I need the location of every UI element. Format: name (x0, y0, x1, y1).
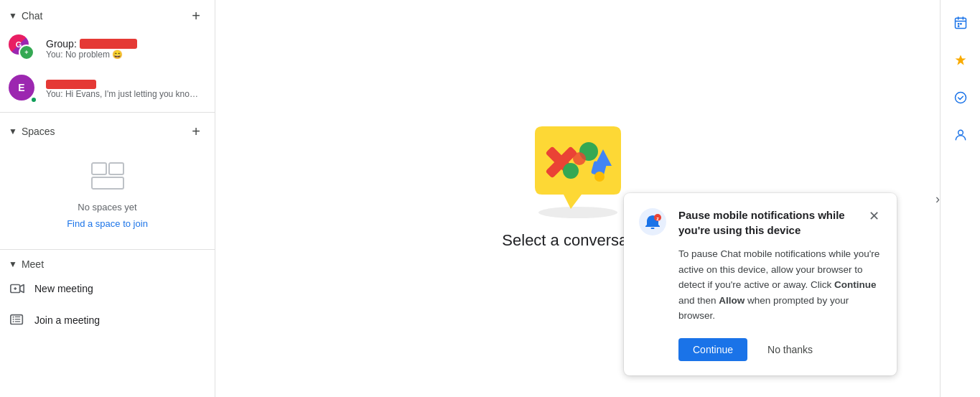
svg-rect-2 (92, 177, 123, 189)
group-chat-name: Group: (46, 38, 200, 50)
svg-rect-30 (957, 23, 959, 25)
join-meeting-item[interactable]: Join a meeting (0, 304, 209, 336)
svg-point-13 (538, 207, 617, 218)
group-chat-preview: You: No problem 😄 (46, 50, 200, 60)
group-avatar-secondary: + (19, 45, 34, 60)
keep-icon-button[interactable] (946, 46, 975, 75)
calendar-icon-button[interactable] (946, 9, 975, 37)
chat-item-group[interactable]: G + Group: You: No problem 😄 (0, 29, 209, 69)
tasks-icon-button[interactable] (946, 83, 975, 112)
spaces-chevron-icon: ▼ (9, 126, 17, 136)
notification-popup: z Pause mobile notifications while you'r… (624, 193, 897, 375)
svg-point-34 (958, 130, 963, 135)
popup-actions: Continue No thanks (638, 338, 882, 361)
popup-close-button[interactable]: ✕ (865, 207, 882, 225)
svg-point-17 (563, 163, 579, 179)
svg-rect-0 (92, 163, 106, 174)
chat-section-header[interactable]: ▼ Chat + (0, 0, 215, 29)
svg-rect-1 (109, 163, 123, 174)
right-icon-bar (940, 0, 980, 397)
direct-name-redacted (46, 80, 96, 89)
main-content: Select a conversation z Pause mobile not… (215, 0, 940, 397)
find-space-link[interactable]: Find a space to join (67, 218, 148, 229)
meet-section-header[interactable]: ▼ Meet (0, 253, 215, 273)
svg-point-21 (594, 172, 605, 182)
direct-avatar-container: E (9, 75, 37, 103)
chat-illustration (521, 119, 635, 220)
popup-continue-bold: Continue (834, 279, 877, 290)
chat-spaces-divider (0, 112, 215, 113)
direct-chat-preview: You: Hi Evans, I'm just letting you know… (46, 89, 200, 99)
svg-point-20 (573, 152, 586, 165)
spaces-section-title: Spaces (22, 126, 55, 137)
popup-title: Pause mobile notifications while you're … (678, 207, 854, 238)
new-meeting-label: New meeting (34, 283, 93, 294)
svg-rect-31 (960, 23, 962, 25)
online-status-dot (30, 96, 37, 103)
new-meeting-icon (9, 280, 26, 297)
popup-body-text2: and then (678, 295, 719, 306)
meet-chevron-icon: ▼ (9, 259, 17, 269)
popup-title-area: Pause mobile notifications while you're … (678, 207, 854, 238)
add-space-button[interactable]: + (186, 121, 206, 141)
spaces-empty-text: No spaces yet (78, 202, 136, 212)
chat-section-title: Chat (22, 10, 43, 22)
direct-chat-name (46, 80, 200, 89)
direct-chat-text: You: Hi Evans, I'm just letting you know… (46, 80, 200, 99)
group-chat-text: Group: You: No problem 😄 (46, 38, 200, 60)
join-meeting-label: Join a meeting (34, 314, 100, 326)
chat-item-direct[interactable]: E You: Hi Evans, I'm just letting you kn… (0, 69, 209, 109)
scroll-arrow: › (935, 191, 940, 206)
contacts-icon-button[interactable] (946, 121, 975, 149)
group-avatar-container: G + (9, 34, 37, 63)
group-name-redacted (80, 39, 137, 49)
meet-section-title: Meet (22, 258, 44, 270)
svg-rect-23 (651, 228, 655, 229)
spaces-empty-icon (90, 162, 125, 196)
chat-chevron-icon: ▼ (9, 11, 17, 21)
sidebar: ▼ Chat + G + Group: You: No problem 😄 (0, 0, 215, 397)
new-meeting-item[interactable]: New meeting (0, 273, 209, 304)
add-chat-button[interactable]: + (186, 6, 206, 26)
popup-header: z Pause mobile notifications while you'r… (638, 207, 882, 238)
spaces-empty-state: No spaces yet Find a space to join (0, 144, 215, 246)
popup-bell-icon: z (638, 207, 667, 236)
no-thanks-button[interactable]: No thanks (756, 338, 824, 361)
svg-rect-32 (957, 25, 959, 27)
join-meeting-icon (9, 312, 26, 329)
popup-body: To pause Chat mobile notifications while… (638, 246, 882, 324)
continue-button[interactable]: Continue (678, 338, 747, 361)
svg-text:z: z (656, 216, 659, 221)
spaces-section-header[interactable]: ▼ Spaces + (0, 116, 215, 144)
svg-point-33 (955, 93, 966, 103)
popup-allow-bold: Allow (719, 295, 745, 306)
spaces-meet-divider (0, 249, 215, 250)
